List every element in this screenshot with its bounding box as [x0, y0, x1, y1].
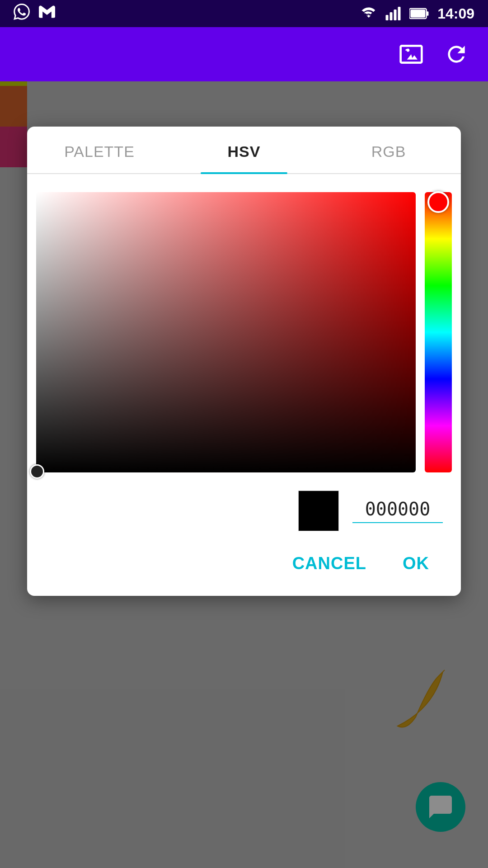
time-display: 14:09 — [437, 5, 474, 22]
cancel-label: CANCEL — [292, 554, 366, 573]
tab-hsv[interactable]: HSV — [172, 127, 316, 173]
app-toolbar — [0, 27, 488, 81]
ok-label: OK — [403, 554, 429, 573]
hsv-cursor[interactable] — [30, 464, 44, 479]
hue-cursor[interactable] — [427, 191, 449, 213]
ok-button[interactable]: OK — [394, 549, 438, 578]
battery-icon — [409, 5, 429, 22]
hue-strip-container[interactable] — [425, 192, 452, 472]
gallery-button[interactable] — [393, 36, 429, 72]
svg-rect-0 — [386, 15, 389, 20]
color-preview — [298, 491, 339, 531]
hsv-gradient-box[interactable] — [36, 192, 416, 472]
status-bar-right: 14:09 — [361, 5, 474, 22]
svg-rect-1 — [390, 12, 393, 20]
dialog-buttons: CANCEL OK — [27, 531, 461, 578]
svg-rect-2 — [394, 9, 397, 20]
signal-icon — [385, 5, 401, 22]
color-picker-tabs: PALETTE HSV RGB — [27, 127, 461, 174]
hex-input[interactable] — [352, 499, 443, 523]
color-picker-dialog: PALETTE HSV RGB CANCEL OK — [27, 127, 461, 596]
refresh-button[interactable] — [438, 36, 474, 72]
refresh-icon — [444, 42, 469, 67]
svg-rect-6 — [411, 9, 426, 17]
palette-tab-label: PALETTE — [64, 143, 135, 160]
hsv-tab-label: HSV — [228, 143, 261, 160]
cancel-button[interactable]: CANCEL — [283, 549, 375, 578]
gmail-icon — [39, 4, 55, 24]
status-bar-left — [14, 4, 55, 24]
gallery-icon — [399, 42, 424, 67]
rgb-tab-label: RGB — [371, 143, 406, 160]
status-bar: 14:09 — [0, 0, 488, 27]
tab-palette[interactable]: PALETTE — [27, 127, 172, 173]
svg-rect-5 — [427, 11, 429, 15]
whatsapp-icon — [14, 4, 30, 24]
tab-rgb[interactable]: RGB — [316, 127, 461, 173]
svg-rect-3 — [398, 7, 401, 20]
color-bottom-area — [27, 472, 461, 531]
hue-strip[interactable] — [425, 192, 452, 472]
wifi-icon — [361, 5, 377, 22]
hsv-picker-area — [27, 192, 461, 472]
